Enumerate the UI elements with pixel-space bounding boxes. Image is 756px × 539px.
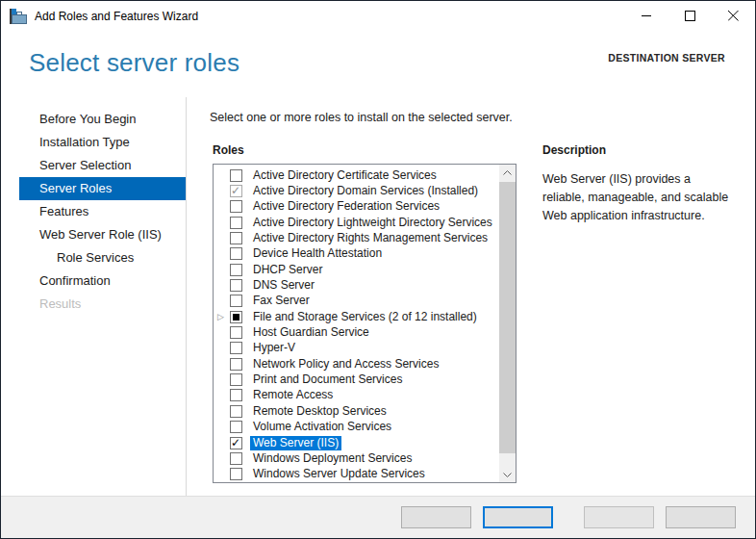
scrollbar-thumb[interactable]: [499, 182, 516, 453]
role-label[interactable]: Active Directory Lightweight Directory S…: [250, 216, 495, 230]
role-label[interactable]: Windows Server Update Services: [250, 467, 428, 481]
role-row-windows-server-update-services[interactable]: ▷ Windows Server Update Services: [217, 467, 496, 482]
sidebar-item-server-selection[interactable]: Server Selection: [1, 154, 186, 177]
sidebar-item-results[interactable]: Results: [1, 293, 186, 316]
scroll-down-icon[interactable]: [499, 467, 516, 482]
role-checkbox[interactable]: [230, 421, 242, 433]
role-checkbox[interactable]: [230, 247, 242, 260]
role-row-active-directory-certificate-services[interactable]: ▷ Active Directory Certificate Services: [217, 167, 496, 183]
role-checkbox[interactable]: [230, 232, 242, 244]
page-title: Select server roles: [29, 48, 239, 78]
role-checkbox[interactable]: [230, 295, 242, 307]
role-checkbox[interactable]: [230, 185, 242, 197]
role-row-active-directory-domain-services-installed[interactable]: ▷ Active Directory Domain Services (Inst…: [217, 183, 496, 198]
role-row-windows-deployment-services[interactable]: ▷ Windows Deployment Services: [217, 450, 496, 466]
role-label[interactable]: Active Directory Federation Services: [250, 199, 442, 214]
role-label[interactable]: Network Policy and Access Services: [250, 357, 441, 372]
sidebar-nav: Before You Begin Installation Type Serve…: [1, 97, 187, 496]
role-label[interactable]: Windows Deployment Services: [250, 451, 415, 466]
role-row-dns-server[interactable]: ▷ DNS Server: [217, 277, 496, 293]
description-text: Web Server (IIS) provides a reliable, ma…: [542, 170, 732, 225]
role-row-print-and-document-services[interactable]: ▷ Print and Document Services: [217, 372, 496, 387]
window-title: Add Roles and Features Wizard: [35, 10, 198, 23]
role-row-web-server-iis[interactable]: ▷ Web Server (IIS): [217, 435, 496, 450]
role-checkbox[interactable]: [230, 264, 242, 276]
sidebar-item-installation-type[interactable]: Installation Type: [1, 131, 186, 154]
role-row-network-policy-and-access-services[interactable]: ▷ Network Policy and Access Services: [217, 356, 496, 372]
role-label[interactable]: DHCP Server: [250, 263, 325, 277]
role-checkbox[interactable]: [230, 373, 242, 386]
role-label[interactable]: Print and Document Services: [250, 372, 405, 387]
expand-arrow-icon[interactable]: ▷: [217, 313, 230, 321]
role-label[interactable]: Hyper-V: [250, 341, 298, 355]
maximize-button[interactable]: [668, 1, 712, 31]
role-label[interactable]: Remote Desktop Services: [250, 404, 390, 419]
role-label[interactable]: Remote Access: [250, 388, 336, 402]
sidebar-item-web-server-role-iis[interactable]: Web Server Role (IIS): [1, 223, 186, 246]
roles-label: Roles: [213, 143, 517, 157]
cancel-button[interactable]: [666, 506, 736, 528]
role-label[interactable]: Device Health Attestation: [250, 246, 385, 261]
sidebar-item-label: Server Roles: [39, 181, 112, 195]
server-manager-icon: [10, 9, 27, 24]
sidebar-item-label: Features: [39, 204, 88, 218]
roles-list: ▷ Active Directory Certificate Services …: [217, 167, 496, 482]
role-row-host-guardian-service[interactable]: ▷ Host Guardian Service: [217, 324, 496, 340]
role-checkbox[interactable]: [230, 311, 242, 323]
role-checkbox[interactable]: [230, 279, 242, 292]
roles-column: Roles ▷ Active Directory Certificate Ser…: [213, 143, 517, 483]
role-row-device-health-attestation[interactable]: ▷ Device Health Attestation: [217, 246, 496, 262]
role-row-volume-activation-services[interactable]: ▷ Volume Activation Services: [217, 420, 496, 435]
sidebar-item-label: Confirmation: [39, 273, 111, 288]
roles-scrollbar[interactable]: [499, 165, 516, 482]
role-checkbox[interactable]: [230, 217, 242, 229]
sidebar-item-server-roles[interactable]: Server Roles: [19, 177, 186, 200]
role-checkbox[interactable]: [230, 389, 242, 401]
role-checkbox[interactable]: [230, 452, 242, 465]
next-button[interactable]: [483, 506, 553, 528]
minimize-button[interactable]: [625, 1, 668, 31]
role-row-remote-access[interactable]: ▷ Remote Access: [217, 388, 496, 403]
role-row-hyper-v[interactable]: ▷ Hyper-V: [217, 341, 496, 356]
role-row-dhcp-server[interactable]: ▷ DHCP Server: [217, 262, 496, 277]
role-row-active-directory-lightweight-directory-services[interactable]: ▷ Active Directory Lightweight Directory…: [217, 215, 496, 230]
wizard-footer: [1, 496, 755, 538]
role-checkbox[interactable]: [230, 200, 242, 213]
role-checkbox[interactable]: [230, 437, 242, 449]
sidebar-item-label: Server Selection: [39, 158, 131, 172]
sidebar-item-features[interactable]: Features: [1, 200, 186, 223]
role-checkbox[interactable]: [230, 326, 242, 339]
role-row-fax-server[interactable]: ▷ Fax Server: [217, 294, 496, 309]
role-label[interactable]: Active Directory Certificate Services: [250, 168, 440, 183]
role-label[interactable]: Host Guardian Service: [250, 325, 372, 340]
role-label[interactable]: Active Directory Rights Management Servi…: [250, 231, 491, 245]
role-label[interactable]: DNS Server: [250, 278, 317, 293]
sidebar-item-confirmation[interactable]: Confirmation: [1, 270, 186, 293]
role-checkbox[interactable]: [230, 358, 242, 371]
role-row-remote-desktop-services[interactable]: ▷ Remote Desktop Services: [217, 403, 496, 419]
role-label[interactable]: Fax Server: [250, 294, 313, 308]
role-label[interactable]: Active Directory Domain Services (Instal…: [250, 184, 481, 198]
sidebar-item-label: Results: [39, 296, 81, 311]
role-checkbox[interactable]: [230, 468, 242, 480]
previous-button[interactable]: [401, 506, 471, 528]
sidebar-item-label: Before You Begin: [39, 112, 136, 126]
maximize-icon: [685, 11, 695, 21]
sidebar-item-before-you-begin[interactable]: Before You Begin: [1, 108, 186, 131]
role-checkbox[interactable]: [230, 405, 242, 418]
role-checkbox[interactable]: [230, 342, 242, 354]
minimize-icon: [642, 11, 652, 21]
role-label[interactable]: File and Storage Services (2 of 12 insta…: [250, 310, 480, 324]
close-button[interactable]: [712, 1, 755, 31]
role-row-file-and-storage-services-2-of-12-installed[interactable]: ▷ File and Storage Services (2 of 12 ins…: [217, 309, 496, 324]
sidebar-item-role-services[interactable]: Role Services: [1, 246, 186, 270]
wizard-body: Before You Begin Installation Type Serve…: [1, 97, 755, 496]
role-row-active-directory-federation-services[interactable]: ▷ Active Directory Federation Services: [217, 199, 496, 215]
role-checkbox[interactable]: [230, 169, 242, 182]
instruction-text: Select one or more roles to install on t…: [210, 111, 732, 124]
role-row-active-directory-rights-management-services[interactable]: ▷ Active Directory Rights Management Ser…: [217, 230, 496, 245]
role-label[interactable]: Web Server (IIS): [250, 436, 341, 450]
role-label[interactable]: Volume Activation Services: [250, 420, 394, 434]
sidebar-item-label: Web Server Role (IIS): [39, 227, 162, 242]
scroll-up-icon[interactable]: [499, 165, 516, 180]
